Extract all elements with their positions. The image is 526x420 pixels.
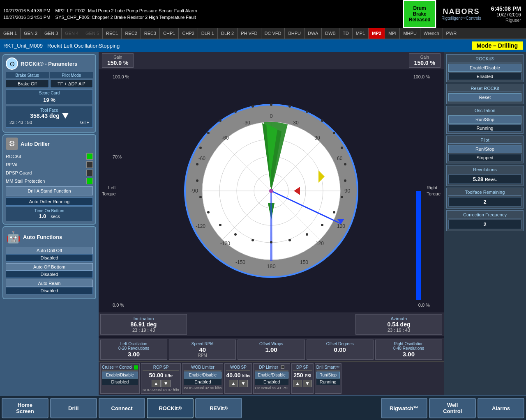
tab-wrench[interactable]: Wrench xyxy=(420,28,443,39)
tab-mhpu[interactable]: MHPU xyxy=(400,28,420,39)
tab-gen2[interactable]: GEN 2 xyxy=(21,28,41,39)
tab-dlr2[interactable]: DLR 2 xyxy=(218,28,238,39)
offset-degrees-box: Offset Degrees 0.00 xyxy=(307,340,374,360)
svg-text:120: 120 xyxy=(316,241,324,246)
rp-reset-button[interactable]: Reset xyxy=(448,93,521,101)
rp-osc-run-stop-button[interactable]: Run/Stop xyxy=(448,115,521,124)
connect-button[interactable]: Connect xyxy=(99,398,145,418)
wob-sp-box: WOB SP 40.00 klbs ▲ ▼ xyxy=(224,363,252,394)
svg-text:60: 60 xyxy=(337,156,343,161)
tab-dwa[interactable]: DWA xyxy=(305,28,322,39)
cruise-control-box: Cruise™ Control Enable/Disable Disabled xyxy=(100,363,140,394)
revit-button[interactable]: REVit® xyxy=(195,398,242,418)
offset-degrees-value: 0.00 xyxy=(309,346,371,353)
wob-limiter-box: WOB Limiter Enable/Disable Enabled WOB A… xyxy=(182,363,223,394)
tab-gen1[interactable]: GEN 1 xyxy=(0,28,21,39)
gain-left-box: Gain 150.0 % xyxy=(102,53,134,68)
drill-stand-button[interactable]: Drill A Stand Function xyxy=(6,186,93,195)
auto-drill-off-button[interactable]: Auto Drill Off xyxy=(6,247,93,254)
wob-limiter-enable-button[interactable]: Enable/Disable xyxy=(184,372,221,379)
wob-up-button[interactable]: ▲ xyxy=(229,380,238,387)
pilot-mode-label: Pilot Mode xyxy=(50,72,93,78)
ad-revit-led xyxy=(86,161,93,168)
left-panel: ⊙ ROCKit® - Parameters Brake Status Pilo… xyxy=(0,52,99,395)
tab-dlr1[interactable]: DLR 1 xyxy=(198,28,218,39)
af-header: 🤖 Auto Functions xyxy=(6,230,93,244)
rp-pilot-run-stop-button[interactable]: Run/Stop xyxy=(448,145,521,153)
speed-rpm-box: Speed RPM 40 RPM xyxy=(169,340,236,360)
svg-text:-30: -30 xyxy=(243,120,250,126)
ad-rockit-led xyxy=(86,153,93,160)
speed-rpm-unit: RPM xyxy=(171,353,234,358)
tab-pwr[interactable]: PWR xyxy=(443,28,461,39)
dp-checkbox[interactable] xyxy=(281,365,284,369)
drill-smart-run-stop-button[interactable]: Run/Stop xyxy=(316,372,340,379)
auto-ream-status: Disabled xyxy=(6,287,93,294)
header-time: 6:45:08 PM 10/27/2016 Riguser xyxy=(486,0,526,28)
tab-rec3[interactable]: REC3 xyxy=(141,28,160,39)
rp-pilot-title: Pilot xyxy=(448,138,521,144)
tab-chp2[interactable]: CHP2 xyxy=(179,28,198,39)
dp-actual: DP Actual 99.41 PSI xyxy=(255,386,288,390)
af-title: Auto Functions xyxy=(23,234,62,240)
tab-dcvfd[interactable]: DC VFD xyxy=(261,28,285,39)
nabors-subtitle: Rigtelligent™Controls xyxy=(441,16,481,21)
tab-bhpu[interactable]: BHPU xyxy=(285,28,305,39)
ad-row-rockit: ROCKit xyxy=(6,152,93,161)
tab-gen5[interactable]: GEN 5 xyxy=(82,28,103,39)
dp-sp-value: 250 PSI xyxy=(293,371,312,380)
drum-brake-button[interactable]: Drum Brake Released xyxy=(403,0,436,28)
auto-off-bottom-button[interactable]: Auto Off Bottom xyxy=(6,263,93,271)
inclination-value: 86.91 deg xyxy=(102,321,185,328)
drill-smart-status: Running xyxy=(316,379,340,385)
nabors-title: NABORS xyxy=(443,7,480,16)
rp-reset-section: Reset ROCKit Reset xyxy=(446,84,524,104)
rigwatch-button[interactable]: Rigwatch™ xyxy=(381,398,428,418)
drill-button[interactable]: Drill xyxy=(50,398,97,418)
tab-rec1[interactable]: REC1 xyxy=(103,28,122,39)
svg-point-49 xyxy=(333,211,335,213)
cruise-enable-button[interactable]: Enable/Disable xyxy=(102,372,138,379)
tab-td[interactable]: TD xyxy=(339,28,353,39)
svg-point-61 xyxy=(199,147,202,149)
gain-row: Gain 150.0 % Gain 150.0 % xyxy=(99,52,444,69)
tab-mp2[interactable]: MP2 xyxy=(369,28,385,39)
scale-0-left-bot: 0.0 % xyxy=(113,303,124,308)
ad-revit-label: REVit xyxy=(6,162,17,167)
tab-chp1[interactable]: CHP1 xyxy=(160,28,179,39)
wob-down-button[interactable]: ▼ xyxy=(239,380,248,387)
scale-0-right-bot: 0.0 % xyxy=(418,303,430,308)
rp-enable-disable-button[interactable]: Enable/Disable xyxy=(448,64,521,72)
tab-bar: GEN 1 GEN 2 GEN 3 GEN 4 GEN 5 REC1 REC2 … xyxy=(0,28,526,39)
tab-gen4[interactable]: GEN 4 xyxy=(62,28,82,39)
dp-limiter-enable-button[interactable]: Enable/Disable xyxy=(255,372,288,379)
rockit-nav-button[interactable]: ROCKit® xyxy=(147,398,194,418)
wob-sp-value: 40.00 klbs xyxy=(226,371,250,380)
left-osc-value: 3.00 xyxy=(102,351,165,358)
dp-up-button[interactable]: ▲ xyxy=(293,380,302,387)
polar-chart: 0 180 -90 90 -60 30 -120 120 -30 30 -60 … xyxy=(164,96,378,285)
rockit-title: ROCKit® - Parameters xyxy=(21,61,77,67)
dp-down-button[interactable]: ▼ xyxy=(303,380,312,387)
tab-rec2[interactable]: REC2 xyxy=(122,28,141,39)
svg-point-47 xyxy=(344,179,346,182)
ad-row-revit: REVit xyxy=(6,161,93,169)
tab-gen3[interactable]: GEN 3 xyxy=(41,28,62,39)
rop-up-button[interactable]: ▲ xyxy=(152,380,161,387)
svg-point-48 xyxy=(341,196,343,198)
well-control-button[interactable]: WellControl xyxy=(429,398,476,418)
home-screen-button[interactable]: HomeScreen xyxy=(2,398,48,418)
cruise-status: Disabled xyxy=(102,379,138,385)
tab-mp1[interactable]: MP1 xyxy=(353,28,369,39)
rockit-params-box: ⊙ ROCKit® - Parameters Brake Status Pilo… xyxy=(2,54,96,133)
tool-face-time: 23 : 43 : 50 GTF xyxy=(8,119,91,126)
header: 10/27/2016 5:49:39 PM MP2_LP_F002: Mud P… xyxy=(0,0,526,28)
tab-dwb[interactable]: DWB xyxy=(322,28,339,39)
tab-mpi[interactable]: MPI xyxy=(385,28,400,39)
rp-correction-freq-title: Correction Frequency xyxy=(448,212,521,218)
tab-phvfd[interactable]: PH VFD xyxy=(238,28,261,39)
rop-down-button[interactable]: ▼ xyxy=(161,380,171,387)
svg-point-46 xyxy=(344,163,346,165)
auto-ream-button[interactable]: Auto Ream xyxy=(6,280,93,287)
alarms-button[interactable]: Alarms xyxy=(478,398,524,418)
